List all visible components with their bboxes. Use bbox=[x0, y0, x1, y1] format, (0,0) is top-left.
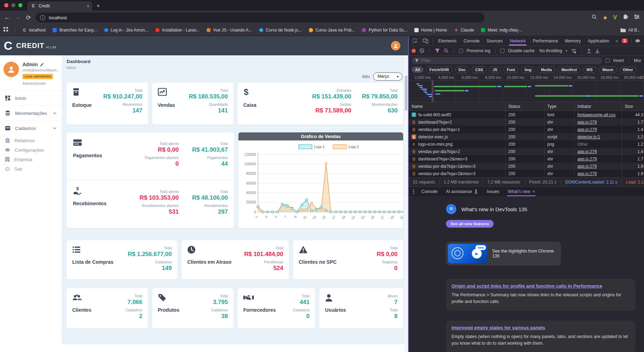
device-toolbar-icon[interactable] bbox=[421, 38, 431, 44]
sidebar-item-relatorios[interactable]: Relatórios bbox=[0, 136, 10, 145]
sidebar-item-movimentacoes[interactable]: Movimentações bbox=[0, 105, 62, 120]
network-conditions-icon[interactable] bbox=[571, 48, 576, 53]
all-bookmarks[interactable]: All B... bbox=[621, 28, 640, 33]
reload-icon[interactable]: ⟳ bbox=[26, 14, 31, 21]
column-header-name[interactable]: Name bbox=[409, 102, 506, 111]
back-icon[interactable]: ← bbox=[4, 14, 10, 21]
initiator-link[interactable]: app.js:279 bbox=[577, 120, 597, 125]
filter-chip-other[interactable]: Other bbox=[619, 67, 637, 73]
initiator-link[interactable]: fontawesome-all.css bbox=[577, 112, 616, 117]
browser-tab[interactable]: C Credit × bbox=[27, 1, 92, 11]
browser-menu-icon[interactable] bbox=[634, 14, 640, 21]
filter-chip-ws[interactable]: WS bbox=[583, 67, 596, 73]
record-network-log-icon[interactable] bbox=[412, 49, 416, 53]
filter-chip-font[interactable]: Font bbox=[503, 67, 519, 73]
bookmark-installation-larav[interactable]: Installation - Larav... bbox=[152, 26, 203, 34]
site-info-icon[interactable]: i bbox=[40, 15, 45, 20]
network-filter-input[interactable] bbox=[412, 57, 602, 64]
month-select[interactable]: Março ▾ bbox=[373, 73, 402, 81]
throttling-select[interactable]: No throttling bbox=[540, 48, 562, 53]
request-row[interactable]: {}detector-exec.js200scriptdetector.js:1… bbox=[409, 133, 644, 140]
filter-chip-css[interactable]: CSS bbox=[472, 67, 487, 73]
bookmark-curso-de-node-js[interactable]: Curso de Node.js... bbox=[256, 26, 305, 34]
zoom-window-button[interactable] bbox=[18, 3, 22, 7]
request-row[interactable]: {}vendas-por-dia?loja=2&mes=3200xhrapp.j… bbox=[409, 170, 644, 177]
drawer-tab-ai-assistance[interactable]: AI assistance bbox=[442, 187, 482, 196]
drawer-menu-dots-icon[interactable] bbox=[411, 189, 416, 194]
preserve-log-checkbox[interactable] bbox=[459, 49, 463, 53]
apps-grid-icon[interactable] bbox=[4, 27, 8, 33]
drawer-tab-console[interactable]: Console bbox=[417, 187, 442, 196]
filter-chip-js[interactable]: JS bbox=[489, 67, 501, 73]
sidebar-item-cadastros[interactable]: Cadastros bbox=[0, 120, 62, 136]
column-header-type[interactable]: Type bbox=[544, 102, 575, 111]
see-all-features-button[interactable]: See all new features bbox=[446, 220, 494, 228]
request-row[interactable]: {}vendas-por-dia?loja=1&mes=3200xhrapp.j… bbox=[409, 163, 644, 170]
devtools-tab-network[interactable]: Network bbox=[506, 36, 529, 46]
import-har-icon[interactable] bbox=[587, 48, 591, 53]
bookmark-curso-java-na-prat[interactable]: Curso Java na Prát... bbox=[306, 26, 358, 34]
forward-icon[interactable]: → bbox=[15, 14, 21, 21]
close-icon[interactable]: × bbox=[533, 189, 535, 194]
drawer-tab-what-s-new[interactable]: What's new× bbox=[503, 187, 539, 196]
request-row[interactable]: {}vendas-por-dia?loja=1200xhrapp.js:2791… bbox=[409, 126, 644, 133]
column-header-size[interactable]: Size bbox=[622, 102, 644, 111]
bookmark-log-in-jira-anron[interactable]: Log in - Jira Anron... bbox=[101, 26, 151, 34]
feature-title-link[interactable]: Origin and script links for profile and … bbox=[452, 283, 630, 289]
bookmark-python-for-data-sc[interactable]: Python for Data Sc... bbox=[359, 26, 411, 34]
sidebar-item-empresa[interactable]: Empresa bbox=[0, 154, 10, 164]
request-row[interactable]: {}dashboard?loja=2&mes=3200xhrapp.js:279… bbox=[409, 155, 644, 163]
bookmark-branches-for-easy[interactable]: Branches for Easy... bbox=[49, 26, 100, 34]
export-har-icon[interactable] bbox=[595, 48, 600, 53]
column-header-status[interactable]: Status bbox=[506, 102, 544, 111]
tab-close-icon[interactable]: × bbox=[87, 4, 89, 9]
page-scrollbar[interactable] bbox=[404, 55, 408, 352]
clear-network-log-icon[interactable] bbox=[419, 48, 425, 53]
request-row[interactable]: Tfa-solid-900.woff2200fontfontawesome-al… bbox=[409, 111, 644, 118]
network-overview-waterfall[interactable] bbox=[409, 81, 644, 102]
bookmark-localhost[interactable]: Clocalhost bbox=[19, 26, 49, 34]
devtools-tab-sources[interactable]: Sources bbox=[483, 36, 506, 46]
filter-chip-doc[interactable]: Doc bbox=[455, 67, 469, 73]
devtools-tab-memory[interactable]: Memory bbox=[561, 36, 584, 46]
initiator-link[interactable]: app.js:279 bbox=[577, 171, 597, 176]
filter-chip-img[interactable]: Img bbox=[521, 67, 535, 73]
more-tabs-icon[interactable]: » bbox=[614, 39, 620, 43]
request-row[interactable]: Clogo-icon-mini.png200pngOther1.2 bbox=[409, 140, 644, 148]
invert-filter-checkbox[interactable] bbox=[605, 58, 610, 63]
devtools-settings-gear-icon[interactable] bbox=[633, 38, 643, 43]
bookmark-star-icon[interactable]: ★ bbox=[603, 14, 608, 21]
extension-v-icon[interactable]: V bbox=[613, 14, 617, 21]
request-row[interactable]: {}dashboard?loja=2200xhrapp.js:2791.7 bbox=[409, 118, 644, 126]
column-header-initiator[interactable]: Initiator bbox=[575, 102, 622, 111]
highlights-banner[interactable]: ▶ new See the highlights from Chrome 135 bbox=[446, 242, 561, 265]
more-filters-label[interactable]: Mor bbox=[634, 58, 641, 63]
filter-chip-fetch-xhr[interactable]: Fetch/XHR bbox=[426, 67, 453, 73]
devtools-tab-console[interactable]: Console bbox=[460, 36, 483, 46]
bookmark-meet-mdg-zfwq[interactable]: Meet: mdg-zfwq-... bbox=[478, 26, 526, 34]
minimize-window-button[interactable] bbox=[11, 3, 15, 7]
bookmark-home-home[interactable]: Home | Home bbox=[411, 26, 450, 34]
inspect-element-icon[interactable] bbox=[410, 38, 420, 44]
sidebar-item-sair[interactable]: Sair bbox=[0, 164, 10, 173]
bookmark-claude[interactable]: ✳Claude bbox=[451, 26, 477, 34]
drawer-tab-issues[interactable]: Issues bbox=[482, 187, 503, 196]
devtools-tab-elements[interactable]: Elements bbox=[435, 36, 460, 46]
feature-title-link[interactable]: Improved empty states for various panels bbox=[452, 325, 630, 330]
filter-chip-manifest[interactable]: Manifest bbox=[558, 67, 581, 73]
initiator-link[interactable]: detector.js:1 bbox=[577, 134, 600, 139]
url-bar[interactable]: i localhost bbox=[36, 13, 484, 22]
navbar-avatar[interactable] bbox=[391, 41, 400, 50]
devtools-tab-application[interactable]: Application bbox=[584, 36, 613, 46]
sidebar-item-inicio[interactable]: Início bbox=[0, 90, 62, 105]
filter-chip-wasm[interactable]: Wasm bbox=[599, 67, 617, 73]
sidebar-item-configuracoes[interactable]: Configurações bbox=[0, 145, 10, 154]
filter-chip-all[interactable]: All bbox=[412, 67, 423, 73]
close-window-button[interactable] bbox=[4, 3, 8, 7]
filter-funnel-icon[interactable] bbox=[435, 48, 440, 53]
disable-cache-checkbox[interactable] bbox=[500, 49, 504, 53]
filter-chip-media[interactable]: Media bbox=[537, 67, 555, 73]
network-search-icon[interactable] bbox=[443, 48, 449, 53]
initiator-link[interactable]: app.js:279 bbox=[577, 127, 597, 132]
search-icon[interactable] bbox=[591, 14, 597, 21]
